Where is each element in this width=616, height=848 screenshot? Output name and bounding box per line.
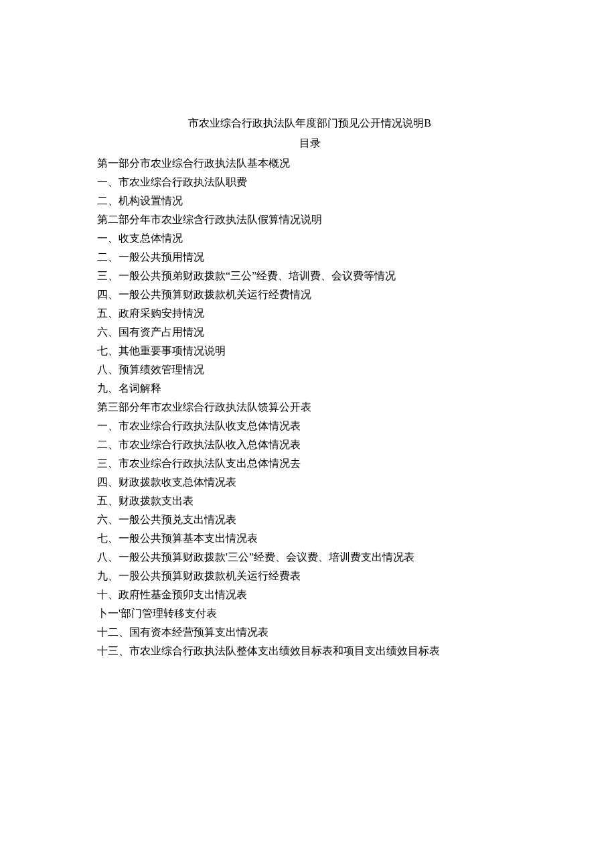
- toc-item: 七、一般公共预算基本支出情况表: [97, 529, 522, 548]
- toc-item: 十、政府性基金预卯支出情况表: [97, 585, 522, 604]
- toc-item: 二、机构设置情况: [97, 192, 522, 210]
- toc-item: 一、收支总体情况: [97, 229, 522, 248]
- toc-item: 六、一般公共预兑支出情况表: [97, 510, 522, 529]
- toc-item: 三、市农业综合行政执法队支出总体情况去: [97, 454, 522, 473]
- toc-item: 九、名词解释: [97, 379, 522, 398]
- toc-item: 三、一般公共预弟财政拨款“三公”经费、培训费、会议费等情况: [97, 267, 522, 285]
- toc-item: 七、其他重要事项情况说明: [97, 342, 522, 360]
- toc-item: 十二、国有资本经营预算支出情况表: [97, 623, 522, 642]
- toc-item: 四、一般公共预算财政拨款机关运行经费情况: [97, 285, 522, 304]
- toc-item: 一、市农业综合行政执法队职费: [97, 173, 522, 192]
- toc-item: 五、财政拨款支出表: [97, 492, 522, 510]
- toc-item: 二、一般公共预用情况: [97, 248, 522, 267]
- toc-item: 一、市农业综合行政执法队收支总体情况表: [97, 417, 522, 435]
- toc-item: 第二部分年市农业综含行政执法队假算情况说明: [97, 210, 522, 229]
- toc-item: 二、市农业综合行政执法队收入总体情况表: [97, 435, 522, 454]
- toc-item: 九、一股公共预算财政拨款机关运行经费表: [97, 567, 522, 585]
- toc-item: 第一部分市农业综合行政执法队基本概况: [97, 154, 522, 173]
- toc-item: 五、政府采购安持情况: [97, 304, 522, 323]
- toc-item: 六、国有资产占用情况: [97, 323, 522, 342]
- toc-item: 第三部分年市农业综合行政执法队馈算公开表: [97, 398, 522, 417]
- toc-item: 八、预算绩效管理情况: [97, 360, 522, 379]
- toc-item: 十三、市农业综合行政执法队整体支出绩效目标表和项目支出绩效目标表: [97, 642, 522, 660]
- toc-item: 卜一'部门管理转移支付表: [97, 604, 522, 623]
- toc-item: 八、一般公共预算财政拨款'三公”经费、会议费、培训费支出情况表: [97, 548, 522, 567]
- toc-item: 四、财政拨款收支总体情况表: [97, 473, 522, 492]
- document-title: 市农业综合行政执法队年度部门预见公开情况说明B: [97, 114, 522, 133]
- document-subtitle: 目录: [97, 134, 522, 153]
